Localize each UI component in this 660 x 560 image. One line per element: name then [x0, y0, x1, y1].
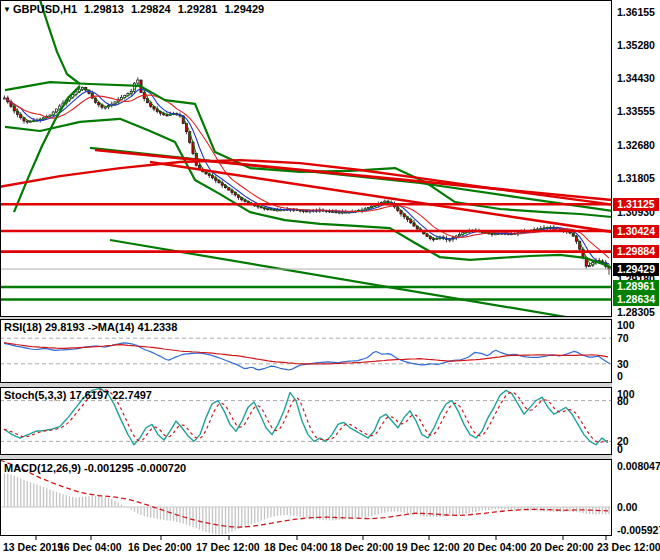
stoch-indicator-label: Stoch(5,3,3) 17.6197 22.7497 [4, 389, 152, 401]
price-axis-label: 1.33555 [617, 105, 655, 117]
time-axis[interactable]: 13 Dec 201916 Dec 04:0016 Dec 20:0017 De… [0, 540, 660, 560]
price-axis-label: 1.28305 [617, 306, 655, 318]
time-axis-label: 17 Dec 12:00 [196, 541, 260, 553]
price-axis-label: 1.32680 [617, 139, 655, 151]
price-level-badge-resistance: 1.31125 [613, 198, 659, 211]
time-axis-label: 18 Dec 04:00 [264, 541, 328, 553]
price-axis[interactable]: 1.361551.352801.344301.335551.326801.318… [612, 0, 660, 560]
price-axis-label: 1.34430 [617, 72, 655, 84]
price-level-badge-support: 1.28961 [613, 280, 659, 293]
indicator-axis-label: 0 [617, 370, 623, 382]
indicator-axis-label: 0 [617, 443, 623, 455]
chart-window: ▼GBPUSD,H11.298131.298241.292811.29429 R… [0, 0, 660, 560]
ohlc-open: 1.29813 [84, 3, 124, 15]
time-axis-label: 16 Dec 20:00 [128, 541, 192, 553]
macd-indicator-label: MACD(12,26,9) -0.001295 -0.000720 [4, 462, 186, 474]
indicator-axis-label: -0.005927 [617, 524, 660, 536]
indicator-axis-label: 0.008047 [617, 460, 660, 472]
time-axis-label: 23 Dec 12:00 [597, 541, 660, 553]
indicator-axis-label: 0.00 [617, 501, 637, 513]
price-axis-label: 1.35280 [617, 39, 655, 51]
indicator-axis-label: 30 [617, 358, 629, 370]
time-axis-label: 13 Dec 2019 [3, 541, 63, 553]
time-axis-label: 20 Dec 20:00 [530, 541, 594, 553]
time-axis-label: 16 Dec 04:00 [58, 541, 122, 553]
price-level-badge-current-price: 1.29429 [613, 263, 659, 276]
time-axis-label: 19 Dec 12:00 [396, 541, 460, 553]
time-axis-label: 20 Dec 04:00 [463, 541, 527, 553]
indicator-axis-label: 70 [617, 332, 629, 344]
price-level-badge-resistance: 1.30424 [613, 225, 659, 238]
symbol-label: GBPUSD,H1 [13, 3, 77, 15]
ohlc-low: 1.29281 [178, 3, 218, 15]
chart-title: ▼GBPUSD,H11.298131.298241.292811.29429 [3, 3, 264, 17]
price-axis-label: 1.31805 [617, 172, 655, 184]
ohlc-high: 1.29824 [131, 3, 171, 15]
time-axis-label: 18 Dec 20:00 [330, 541, 394, 553]
price-level-badge-resistance: 1.29884 [613, 245, 659, 258]
price-level-badge-support: 1.28634 [613, 293, 659, 306]
price-axis-label: 1.36155 [617, 6, 655, 18]
ohlc-close: 1.29429 [224, 3, 264, 15]
symbol-dropdown-icon[interactable]: ▼ [3, 5, 11, 14]
rsi-indicator-label: RSI(18) 29.8193 ->MA(14) 41.2338 [4, 321, 177, 333]
chart-canvas[interactable] [0, 0, 660, 560]
indicator-axis-label: 80 [617, 395, 629, 407]
indicator-axis-label: 100 [617, 319, 635, 331]
